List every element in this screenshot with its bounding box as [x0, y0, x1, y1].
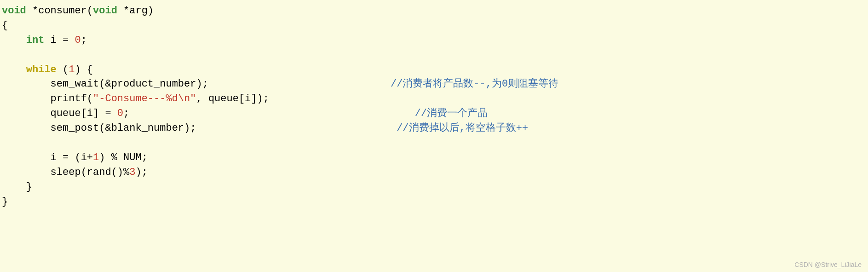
while-close: ) { — [75, 64, 93, 75]
keyword-void-param: void — [93, 5, 117, 17]
function-name: *consumer( — [32, 5, 93, 17]
decl-i: i = — [44, 35, 75, 46]
line-sleep-a: sleep(rand()% — [2, 167, 129, 178]
pad-2 — [129, 108, 415, 119]
watermark: CSDN @Strive_LiJiaLe — [794, 260, 862, 269]
comment-1: //消费者将产品数--,为0则阻塞等待 — [391, 78, 558, 90]
line-sleep-b: ); — [135, 167, 147, 178]
number-zero-1: 0 — [75, 35, 80, 46]
keyword-int: int — [26, 35, 45, 46]
semi-2: ; — [123, 108, 129, 119]
brace-close: } — [2, 196, 8, 208]
line-printf-b: , queue[i]); — [196, 93, 269, 104]
keyword-while: while — [26, 64, 57, 75]
pad-1 — [208, 78, 391, 90]
function-param: *arg) — [117, 5, 154, 17]
number-one: 1 — [69, 64, 75, 75]
while-open: ( — [57, 64, 69, 75]
line-printf-a: printf( — [2, 93, 93, 104]
string-literal: "-Consume---%d\n" — [93, 93, 196, 104]
code-block: void *consumer(void *arg) { int i = 0; w… — [2, 4, 866, 209]
line-inc-a: i = (i+ — [2, 152, 93, 163]
number-three: 3 — [129, 167, 135, 178]
inner-brace-close: } — [2, 181, 32, 193]
comment-2: //消费一个产品 — [415, 108, 488, 119]
line-semwait: sem_wait(&product_number); — [2, 78, 208, 90]
brace-open: { — [2, 20, 8, 31]
keyword-void: void — [2, 5, 26, 17]
number-one-2: 1 — [93, 152, 99, 163]
line-inc-b: ) % NUM; — [99, 152, 148, 163]
line-sempost: sem_post(&blank_number); — [2, 122, 196, 134]
line-queue-a: queue[i] = — [2, 108, 117, 119]
semi-1: ; — [81, 35, 87, 46]
comment-3: //消费掉以后,将空格子数++ — [397, 122, 528, 134]
number-zero-2: 0 — [117, 108, 123, 119]
pad-3 — [196, 122, 397, 134]
